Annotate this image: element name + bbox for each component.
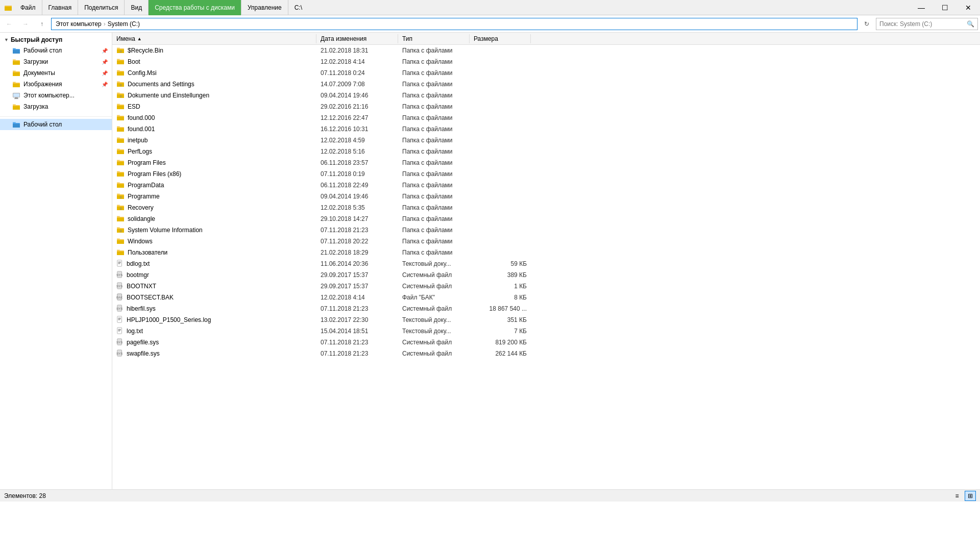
table-row[interactable]: SYS hiberfil.sys 07.11.2018 21:23 Систем… [112, 303, 980, 314]
refresh-button[interactable]: ↻ [860, 18, 874, 30]
table-row[interactable]: ⚙ Dokumente und Einstellungen 09.04.2014… [112, 90, 980, 101]
file-date-cell: 13.02.2017 22:30 [316, 316, 398, 323]
maximize-button[interactable]: ☐ [933, 0, 957, 15]
file-date-cell: 12.02.2018 4:14 [316, 58, 398, 65]
table-row[interactable]: SYS bootmgr 29.09.2017 15:37 Системный ф… [112, 269, 980, 281]
tab-disk-tools[interactable]: Средства работы с дисками [149, 0, 241, 15]
table-row[interactable]: Config.Msi 07.11.2018 0:24 Папка с файла… [112, 67, 980, 79]
path-drive[interactable]: System (C:) [108, 20, 140, 28]
sidebar-item-images[interactable]: Изображения 📌 [0, 79, 112, 90]
table-row[interactable]: ⚙ Recovery 12.02.2018 5:35 Папка с файла… [112, 202, 980, 213]
file-date-cell: 15.04.2014 18:51 [316, 328, 398, 335]
sidebar-downloads-label: Загрузки [23, 58, 48, 65]
file-date-cell: 16.12.2016 10:31 [316, 126, 398, 133]
file-icon [116, 136, 125, 145]
file-name-label: ProgramData [128, 182, 164, 189]
table-row[interactable]: inetpub 12.02.2018 4:59 Папка с файлами [112, 135, 980, 146]
table-row[interactable]: HPLJP1000_P1500_Series.log 13.02.2017 22… [112, 314, 980, 325]
svg-text:SYS: SYS [116, 284, 122, 287]
search-input[interactable] [879, 20, 965, 28]
view-details-btn[interactable]: ≡ [951, 491, 963, 501]
file-name-cell: ⚙ $Recycle.Bin [112, 46, 316, 56]
file-date-cell: 06.11.2018 22:49 [316, 182, 398, 189]
col-header-type[interactable]: Тип [398, 34, 470, 43]
tab-view[interactable]: Вид [125, 0, 149, 15]
table-row[interactable]: PerfLogs 12.02.2018 5:16 Папка с файлами [112, 146, 980, 157]
sidebar-item-computer[interactable]: Этот компьютер... [0, 90, 112, 101]
file-name-label: HPLJP1000_P1500_Series.log [127, 316, 211, 323]
file-name-label: swapfile.sys [127, 350, 160, 357]
sidebar-item-workdesk[interactable]: Рабочий стол [0, 119, 112, 130]
tab-file[interactable]: Файл [14, 0, 42, 15]
file-type-cell: Папка с файлами [398, 182, 470, 189]
minimize-button[interactable]: — [910, 0, 933, 15]
file-name-label: Documents and Settings [128, 81, 194, 88]
address-path[interactable]: Этот компьютер › System (C:) [51, 18, 857, 30]
file-date-cell: 07.11.2018 20:22 [316, 238, 398, 245]
forward-button[interactable]: → [18, 18, 33, 30]
view-list-btn[interactable]: ⊞ [965, 491, 976, 501]
col-header-name[interactable]: Имена ▲ [112, 34, 316, 43]
column-headers: Имена ▲ Дата изменения Тип Размера [112, 33, 980, 45]
file-date-cell: 12.02.2018 5:35 [316, 204, 398, 211]
file-name-label: Windows [128, 238, 153, 245]
back-button[interactable]: ← [2, 18, 16, 30]
search-icon[interactable]: 🔍 [967, 20, 974, 28]
sidebar-load-label: Загрузка [23, 103, 48, 110]
table-row[interactable]: ⚙ $Recycle.Bin 21.02.2018 18:31 Папка с … [112, 45, 980, 56]
file-type-cell: Папка с файлами [398, 227, 470, 234]
file-type-cell: Текстовый доку... [398, 316, 470, 323]
tab-manage[interactable]: Управление [241, 0, 288, 15]
table-row[interactable]: Program Files 06.11.2018 23:57 Папка с ф… [112, 157, 980, 168]
file-name-cell: Config.Msi [112, 68, 316, 78]
file-name-cell: bdlog.txt [112, 260, 316, 268]
file-name-cell: ⚙ Recovery [112, 203, 316, 213]
file-type-cell: Папка с файлами [398, 92, 470, 99]
file-type-cell: Системный файл [398, 339, 470, 346]
file-name-label: System Volume Information [128, 227, 203, 234]
table-row[interactable]: ProgramData 06.11.2018 22:49 Папка с фай… [112, 180, 980, 191]
table-row[interactable]: found.001 16.12.2016 10:31 Папка с файла… [112, 123, 980, 135]
table-row[interactable]: ⚙ Programme 09.04.2014 19:46 Папка с фай… [112, 191, 980, 202]
file-size-cell: 7 КБ [470, 328, 531, 335]
table-row[interactable]: log.txt 15.04.2014 18:51 Текстовый доку.… [112, 325, 980, 337]
sidebar-images-label: Изображения [23, 81, 62, 88]
sidebar-item-docs[interactable]: Документы 📌 [0, 67, 112, 79]
path-computer[interactable]: Этот компьютер [56, 20, 102, 28]
table-row[interactable]: SYS swapfile.sys 07.11.2018 21:23 Систем… [112, 348, 980, 359]
file-name-label: Boot [128, 58, 140, 65]
col-header-size[interactable]: Размера [470, 34, 531, 43]
tab-share[interactable]: Поделиться [78, 0, 125, 15]
quick-access-header[interactable]: ▼ Быстрый доступ [0, 35, 112, 45]
table-row[interactable]: ⚙ Documents and Settings 14.07.2009 7:08… [112, 79, 980, 90]
table-row[interactable]: SYS pagefile.sys 07.11.2018 21:23 Систем… [112, 337, 980, 348]
table-row[interactable]: BAK BOOTSECT.BAK 12.02.2018 4:14 Файл "Б… [112, 292, 980, 303]
file-size-cell: 262 144 КБ [470, 350, 531, 357]
sidebar-item-downloads[interactable]: Загрузки 📌 [0, 56, 112, 67]
close-button[interactable]: ✕ [957, 0, 980, 15]
table-row[interactable]: solidangle 29.10.2018 14:27 Папка с файл… [112, 213, 980, 224]
desktop-folder-icon [12, 46, 20, 55]
table-row[interactable]: ESD 29.02.2016 21:16 Папка с файлами [112, 101, 980, 112]
sidebar-item-load[interactable]: Загрузка [0, 101, 112, 112]
table-row[interactable]: Windows 07.11.2018 20:22 Папка с файлами [112, 236, 980, 247]
file-name-cell: SYS bootmgr [112, 271, 316, 280]
svg-text:⚙: ⚙ [119, 196, 122, 199]
tab-home[interactable]: Главная [42, 0, 79, 15]
file-name-label: log.txt [127, 328, 143, 335]
table-row[interactable]: found.000 12.12.2016 22:47 Папка с файла… [112, 112, 980, 123]
table-row[interactable]: Boot 12.02.2018 4:14 Папка с файлами [112, 56, 980, 67]
sort-icon-name: ▲ [137, 36, 142, 41]
titlebar: Файл Главная Поделиться Вид Средства раб… [0, 0, 980, 15]
up-button[interactable]: ↑ [35, 18, 49, 30]
file-date-cell: 21.02.2018 18:31 [316, 47, 398, 54]
file-date-cell: 07.11.2018 21:23 [316, 339, 398, 346]
table-row[interactable]: ⚙ System Volume Information 07.11.2018 2… [112, 224, 980, 236]
table-row[interactable]: Program Files (x86) 07.11.2018 0:19 Папк… [112, 168, 980, 180]
col-header-date[interactable]: Дата изменения [316, 34, 398, 43]
table-row[interactable]: SYS BOOTNXT 29.09.2017 15:37 Системный ф… [112, 281, 980, 292]
table-row[interactable]: Пользователи 21.02.2018 18:29 Папка с фа… [112, 247, 980, 258]
table-row[interactable]: bdlog.txt 11.06.2014 20:36 Текстовый док… [112, 258, 980, 269]
sidebar-item-desktop[interactable]: Рабочий стол 📌 [0, 45, 112, 56]
file-icon: SYS [116, 349, 124, 358]
